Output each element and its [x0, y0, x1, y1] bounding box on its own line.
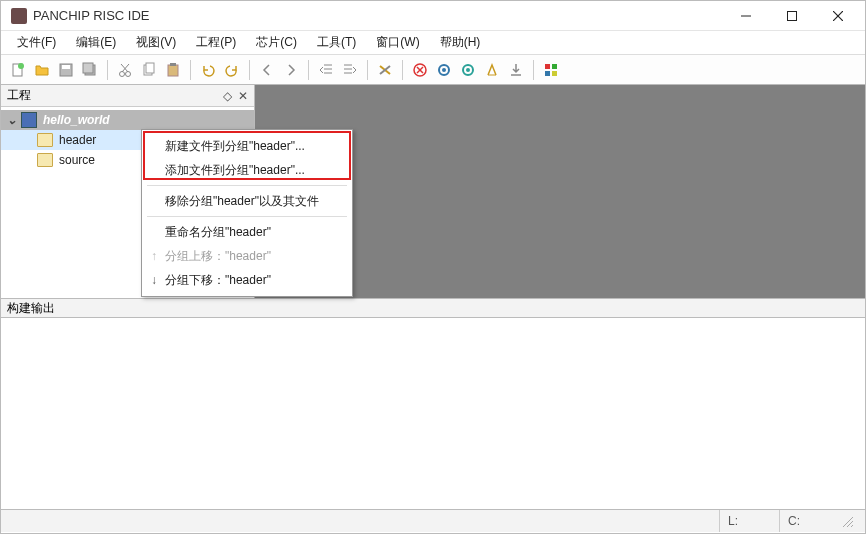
menu-bar: 文件(F) 编辑(E) 视图(V) 工程(P) 芯片(C) 工具(T) 窗口(W… [1, 31, 865, 55]
panel-close-icon[interactable]: ✕ [238, 89, 248, 103]
output-panel-title: 构建输出 [7, 300, 55, 317]
menu-view[interactable]: 视图(V) [126, 32, 186, 53]
svg-rect-38 [552, 71, 557, 76]
cut-icon[interactable] [114, 59, 136, 81]
svg-rect-15 [146, 63, 154, 73]
arrow-down-icon: ↓ [147, 273, 161, 287]
svg-rect-9 [83, 63, 93, 73]
svg-rect-17 [170, 63, 176, 66]
undo-icon[interactable] [197, 59, 219, 81]
clean-icon[interactable] [481, 59, 503, 81]
toolbar-separator [533, 60, 534, 80]
menu-help[interactable]: 帮助(H) [430, 32, 491, 53]
toolbar-separator [308, 60, 309, 80]
download-icon[interactable] [505, 59, 527, 81]
svg-point-32 [466, 68, 470, 72]
folder-label: header [55, 133, 96, 147]
menu-file[interactable]: 文件(F) [7, 32, 66, 53]
minimize-button[interactable] [723, 2, 769, 30]
new-file-icon[interactable] [7, 59, 29, 81]
toolbar-separator [402, 60, 403, 80]
app-icon [11, 8, 27, 24]
chevron-down-icon[interactable]: ⌄ [5, 113, 19, 127]
context-menu: 新建文件到分组"header"... 添加文件到分组"header"... 移除… [141, 129, 353, 297]
menu-edit[interactable]: 编辑(E) [66, 32, 126, 53]
svg-point-11 [126, 71, 131, 76]
output-panel-body[interactable] [1, 318, 865, 510]
project-name-label: hello_world [39, 113, 110, 127]
indent-icon[interactable] [339, 59, 361, 81]
copy-icon[interactable] [138, 59, 160, 81]
cm-separator [147, 216, 347, 217]
svg-line-13 [121, 64, 128, 72]
panel-collapse-icon[interactable]: ◇ [223, 89, 232, 103]
project-panel: 工程 ◇ ✕ ⌄ hello_world header source [1, 85, 255, 298]
nav-forward-icon[interactable] [280, 59, 302, 81]
work-area: 工程 ◇ ✕ ⌄ hello_world header source [1, 85, 865, 298]
svg-point-5 [18, 63, 24, 69]
cm-new-file[interactable]: 新建文件到分组"header"... [143, 134, 351, 158]
status-col: C: [779, 510, 839, 532]
settings-icon[interactable] [374, 59, 396, 81]
gear-teal-icon[interactable] [457, 59, 479, 81]
svg-point-30 [442, 68, 446, 72]
toolbar-separator [249, 60, 250, 80]
cm-move-down[interactable]: ↓分组下移："header" [143, 268, 351, 292]
project-icon [21, 112, 37, 128]
menu-project[interactable]: 工程(P) [186, 32, 246, 53]
close-button[interactable] [815, 2, 861, 30]
project-tree[interactable]: ⌄ hello_world header source 新建文件到分组"head… [1, 107, 254, 173]
svg-rect-35 [545, 64, 550, 69]
window-title: PANCHIP RISC IDE [33, 8, 723, 23]
svg-rect-37 [545, 71, 550, 76]
title-bar: PANCHIP RISC IDE [1, 1, 865, 31]
window-controls [723, 2, 861, 30]
svg-line-41 [851, 525, 853, 527]
save-icon[interactable] [55, 59, 77, 81]
stop-icon[interactable] [409, 59, 431, 81]
output-panel-header: 构建输出 [1, 298, 865, 318]
svg-line-12 [122, 64, 129, 72]
cm-move-up: ↑分组上移："header" [143, 244, 351, 268]
folder-icon [37, 133, 53, 147]
status-line: L: [719, 510, 779, 532]
tree-project-row[interactable]: ⌄ hello_world [1, 110, 254, 130]
terminal-icon[interactable] [540, 59, 562, 81]
svg-rect-1 [788, 11, 797, 20]
menu-chip[interactable]: 芯片(C) [246, 32, 307, 53]
status-bar: L: C: [1, 510, 865, 532]
svg-rect-36 [552, 64, 557, 69]
svg-rect-16 [168, 65, 178, 76]
arrow-up-icon: ↑ [147, 249, 161, 263]
cm-remove-group[interactable]: 移除分组"header"以及其文件 [143, 189, 351, 213]
paste-icon[interactable] [162, 59, 184, 81]
resize-grip-icon[interactable] [839, 513, 855, 529]
cm-separator [147, 185, 347, 186]
svg-rect-7 [62, 65, 70, 69]
toolbar [1, 55, 865, 85]
open-folder-icon[interactable] [31, 59, 53, 81]
menu-tools[interactable]: 工具(T) [307, 32, 366, 53]
project-panel-title: 工程 [7, 87, 31, 104]
project-panel-header: 工程 ◇ ✕ [1, 85, 254, 107]
save-all-icon[interactable] [79, 59, 101, 81]
folder-label: source [55, 153, 95, 167]
toolbar-separator [367, 60, 368, 80]
toolbar-separator [190, 60, 191, 80]
svg-point-10 [120, 71, 125, 76]
folder-icon [37, 153, 53, 167]
redo-icon[interactable] [221, 59, 243, 81]
outdent-icon[interactable] [315, 59, 337, 81]
nav-back-icon[interactable] [256, 59, 278, 81]
cm-add-file[interactable]: 添加文件到分组"header"... [143, 158, 351, 182]
cm-rename-group[interactable]: 重命名分组"header" [143, 220, 351, 244]
gear-blue-icon[interactable] [433, 59, 455, 81]
menu-window[interactable]: 窗口(W) [366, 32, 429, 53]
toolbar-separator [107, 60, 108, 80]
maximize-button[interactable] [769, 2, 815, 30]
